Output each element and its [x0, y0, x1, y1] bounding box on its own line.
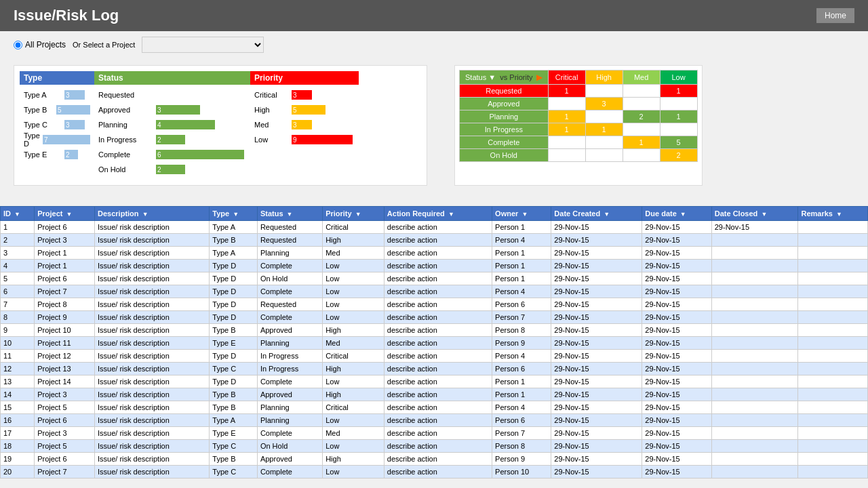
table-cell: Person 1	[492, 375, 551, 388]
table-cell: 10	[1, 337, 35, 350]
status-row: Requested	[98, 87, 246, 102]
table-cell: Complete	[257, 466, 322, 479]
table-cell: 29-Nov-15	[551, 350, 642, 363]
table-cell	[711, 337, 798, 350]
status-label: Requested	[98, 91, 156, 99]
table-row: 13Project 14Issue/ risk descriptionType …	[1, 375, 868, 388]
table-cell: 29-Nov-15	[642, 285, 711, 298]
table-cell	[798, 260, 868, 272]
table-cell: 29-Nov-15	[642, 247, 711, 260]
table-column-header[interactable]: Action Required ▼	[384, 207, 492, 221]
table-cell: High	[323, 363, 384, 375]
table-cell: 29-Nov-15	[551, 221, 642, 234]
table-cell	[798, 440, 868, 453]
type-bar-container: 5	[56, 105, 90, 115]
table-row: 12Project 13Issue/ risk descriptionType …	[1, 363, 868, 375]
table-cell: 7	[1, 298, 35, 311]
table-cell	[798, 247, 868, 260]
table-cell: Person 1	[492, 260, 551, 272]
type-row: Type B 5	[24, 102, 90, 117]
table-cell: 13	[1, 375, 35, 388]
col-type-header: Type	[20, 71, 94, 85]
table-column-header[interactable]: ID ▼	[1, 207, 35, 221]
table-cell: Low	[323, 375, 384, 388]
type-bar: 2	[64, 150, 78, 159]
table-column-header[interactable]: Status ▼	[257, 207, 322, 221]
table-cell: 29-Nov-15	[642, 260, 711, 272]
table-cell: In Progress	[257, 350, 322, 363]
table-cell: 29-Nov-15	[551, 337, 642, 350]
table-cell: Issue/ risk description	[95, 272, 210, 285]
table-cell: Project 1	[35, 247, 95, 260]
table-cell: 29-Nov-15	[642, 350, 711, 363]
table-cell: 20	[1, 466, 35, 479]
table-cell: describe action	[384, 260, 492, 272]
matrix-row-label: Planning	[460, 110, 549, 123]
table-cell: Project 5	[35, 401, 95, 414]
project-select[interactable]	[142, 37, 264, 53]
status-label: Planning	[98, 121, 156, 129]
table-cell: Issue/ risk description	[95, 401, 210, 414]
table-cell: 12	[1, 363, 35, 375]
table-cell: Type D	[210, 298, 258, 311]
matrix-row-label: Requested	[460, 85, 549, 98]
status-bar-container: 3	[156, 105, 246, 115]
table-cell: In Progress	[257, 363, 322, 375]
table-column-header[interactable]: Due date ▼	[642, 207, 711, 221]
type-row: Type D 7	[24, 132, 90, 147]
table-cell: 29-Nov-15	[551, 466, 642, 479]
table-cell: Complete	[257, 285, 322, 298]
table-cell	[798, 388, 868, 401]
priority-label: Critical	[254, 91, 292, 99]
table-cell: 11	[1, 350, 35, 363]
table-cell: Type D	[210, 350, 258, 363]
status-bar: 6	[156, 150, 244, 159]
table-cell: Project 5	[35, 440, 95, 453]
table-cell: describe action	[384, 221, 492, 234]
all-projects-radio[interactable]	[14, 41, 22, 49]
table-cell	[798, 466, 868, 479]
type-row: Type E 2	[24, 147, 90, 162]
table-column-header[interactable]: Owner ▼	[492, 207, 551, 221]
table-cell	[798, 375, 868, 388]
table-cell: Issue/ risk description	[95, 363, 210, 375]
table-row: 15Project 5Issue/ risk descriptionType B…	[1, 401, 868, 414]
status-bar-container: 6	[156, 150, 246, 159]
matrix-row: Planning121	[460, 110, 698, 123]
table-cell: 29-Nov-15	[551, 401, 642, 414]
sort-arrow-icon: ▼	[66, 211, 72, 218]
table-cell: describe action	[384, 375, 492, 388]
table-cell	[711, 234, 798, 247]
home-button[interactable]: Home	[816, 8, 854, 23]
table-cell: Type A	[210, 414, 258, 427]
table-cell: Low	[323, 414, 384, 427]
table-cell: Project 8	[35, 298, 95, 311]
table-column-header[interactable]: Project ▼	[35, 207, 95, 221]
table-cell: Type C	[210, 440, 258, 453]
all-projects-radio-label[interactable]: All Projects	[14, 40, 66, 49]
table-cell: Type B	[210, 234, 258, 247]
matrix-status-header: Status ▼ vs Priority ▶	[460, 70, 549, 85]
table-column-header[interactable]: Priority ▼	[323, 207, 384, 221]
table-column-header[interactable]: Date Closed ▼	[711, 207, 798, 221]
matrix-cell	[548, 149, 585, 162]
type-bar: 3	[64, 90, 85, 100]
table-column-header[interactable]: Description ▼	[95, 207, 210, 221]
table-cell: 5	[1, 272, 35, 285]
status-row: Approved 3	[98, 102, 246, 117]
table-cell	[798, 324, 868, 337]
table-row: 8Project 9Issue/ risk descriptionType DC…	[1, 311, 868, 324]
matrix-cell	[585, 110, 623, 123]
table-cell: Project 7	[35, 466, 95, 479]
table-column-header[interactable]: Remarks ▼	[798, 207, 868, 221]
table-cell: 29-Nov-15	[642, 401, 711, 414]
table-cell: 29-Nov-15	[642, 466, 711, 479]
table-cell	[798, 401, 868, 414]
type-bar-container: 3	[64, 90, 90, 100]
table-column-header[interactable]: Date Created ▼	[551, 207, 642, 221]
table-cell: Med	[323, 247, 384, 260]
table-column-header[interactable]: Type ▼	[210, 207, 258, 221]
table-cell: Low	[323, 285, 384, 298]
table-cell: Complete	[257, 260, 322, 272]
type-label: Type A	[24, 91, 64, 99]
